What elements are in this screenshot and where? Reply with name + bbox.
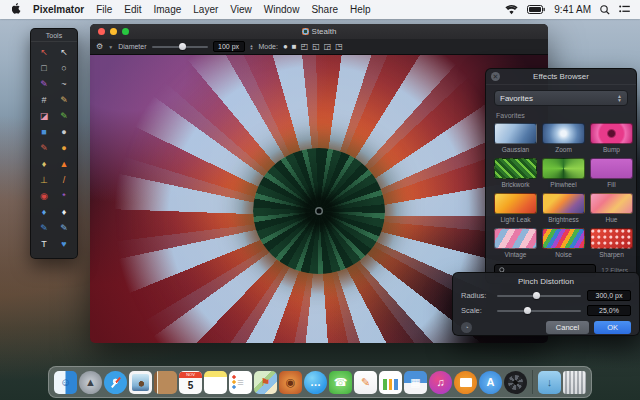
effect-zoom[interactable]: Zoom — [542, 123, 585, 153]
gradient-tool[interactable]: ■ — [34, 124, 54, 140]
effect-thumbnail-gaussian[interactable] — [494, 123, 537, 144]
dock-icon-mail[interactable] — [129, 371, 152, 394]
dock-icon-itunes[interactable]: ♫ — [429, 371, 452, 394]
diameter-slider[interactable] — [152, 46, 208, 48]
dock-icon-contacts[interactable] — [154, 371, 177, 394]
dock-icon-keynote[interactable]: ▦ — [404, 371, 427, 394]
paint-tool[interactable]: ♦ — [34, 156, 54, 172]
effect-thumbnail-brickwork[interactable] — [494, 158, 537, 179]
diameter-value-field[interactable]: 100 px — [213, 41, 245, 52]
effect-thumbnail-noise[interactable] — [542, 228, 585, 249]
effect-bump[interactable]: Bump — [590, 123, 633, 153]
spotlight-icon[interactable] — [600, 5, 610, 15]
selection-mode-icon-2[interactable]: ◰ — [301, 42, 309, 51]
clock-time[interactable]: 9:41 AM — [554, 4, 591, 15]
sponge-tool[interactable]: ● — [54, 140, 74, 156]
selection-mode-icon-5[interactable]: ◳ — [335, 42, 343, 51]
selection-mode-icon-0[interactable]: ● — [283, 42, 288, 51]
battery-icon[interactable] — [527, 5, 545, 14]
menu-image[interactable]: Image — [154, 4, 182, 15]
menu-share[interactable]: Share — [311, 4, 338, 15]
dock-icon-pages[interactable]: ✎ — [354, 371, 377, 394]
diameter-slider-knob[interactable] — [179, 43, 186, 50]
dock-icon-trash[interactable] — [563, 371, 586, 394]
effect-noise[interactable]: Noise — [542, 228, 585, 258]
effects-browser-header[interactable]: ✕ Effects Browser — [486, 69, 636, 85]
effect-thumbnail-pinwheel[interactable] — [542, 158, 585, 179]
selection-mode-icon-4[interactable]: ◲ — [324, 42, 332, 51]
effect-thumbnail-fill[interactable] — [590, 158, 633, 179]
burn-tool[interactable]: ▲ — [54, 156, 74, 172]
effect-pinwheel[interactable]: Pinwheel — [542, 158, 585, 188]
dock-icon-messages[interactable]: … — [304, 371, 327, 394]
cancel-button[interactable]: Cancel — [546, 321, 589, 334]
diameter-stepper[interactable]: ▲▼ — [250, 44, 254, 50]
pen-tool[interactable]: ✎ — [34, 220, 54, 236]
dock-icon-reminders[interactable]: ≡ — [229, 371, 252, 394]
clone-tool[interactable]: ● — [54, 124, 74, 140]
slider-knob[interactable] — [533, 292, 540, 299]
effect-hue[interactable]: Hue — [590, 193, 633, 223]
effect-fill[interactable]: Fill — [590, 158, 633, 188]
effect-brightness[interactable]: Brightness — [542, 193, 585, 223]
effect-thumbnail-sharpen[interactable] — [590, 228, 633, 249]
notification-center-icon[interactable] — [619, 5, 630, 14]
wifi-icon[interactable] — [505, 5, 518, 15]
dock-icon-safari[interactable] — [104, 371, 127, 394]
eraser-tool[interactable]: ◪ — [34, 108, 54, 124]
menu-edit[interactable]: Edit — [124, 4, 141, 15]
chevron-down-icon[interactable]: ▼ — [108, 44, 113, 50]
dialog-slider-0[interactable] — [497, 295, 581, 297]
app-menu-title[interactable]: Pixelmator — [33, 4, 84, 15]
menu-layer[interactable]: Layer — [193, 4, 218, 15]
effect-sharpen[interactable]: Sharpen — [590, 228, 633, 258]
menu-window[interactable]: Window — [264, 4, 300, 15]
dock-icon-facetime[interactable]: ☎ — [329, 371, 352, 394]
dock-icon-ibooks[interactable] — [454, 371, 477, 394]
effect-thumbnail-zoom[interactable] — [542, 123, 585, 144]
crop-tool[interactable]: # — [34, 92, 54, 108]
selection-mode-icon-1[interactable]: ■ — [292, 42, 297, 51]
dock-icon-numbers[interactable] — [379, 371, 402, 394]
menu-file[interactable]: File — [96, 4, 112, 15]
sharpen-tool[interactable]: ♦ — [54, 204, 74, 220]
close-panel-icon[interactable]: ✕ — [491, 72, 500, 81]
gear-icon[interactable]: ⚙ — [96, 42, 103, 51]
ok-button[interactable]: OK — [594, 321, 631, 334]
effect-brickwork[interactable]: Brickwork — [494, 158, 537, 188]
pixel-pen-tool[interactable]: ✎ — [54, 220, 74, 236]
line-tool[interactable]: / — [54, 172, 74, 188]
effect-thumbnail-hue[interactable] — [590, 193, 633, 214]
effect-vintage[interactable]: Vintage — [494, 228, 537, 258]
dock-icon-pixelmator[interactable] — [504, 371, 527, 394]
brush-tool[interactable]: ✎ — [34, 140, 54, 156]
rect-marquee-tool[interactable]: □ — [34, 60, 54, 76]
document-proxy-icon[interactable] — [302, 28, 309, 35]
effect-light-leak[interactable]: Light Leak — [494, 193, 537, 223]
pencil-tool[interactable]: ✎ — [54, 108, 74, 124]
preview-toggle-icon[interactable]: ◔ — [461, 322, 472, 333]
move-tool[interactable]: ↖ — [34, 44, 54, 60]
effects-category-select[interactable]: Favorites ▲▼ — [494, 90, 628, 106]
stamp-tool[interactable]: ⊥ — [34, 172, 54, 188]
effect-thumbnail-vintage[interactable] — [494, 228, 537, 249]
slider-knob[interactable] — [524, 307, 531, 314]
ellipse-marquee-tool[interactable]: ○ — [54, 60, 74, 76]
effect-thumbnail-bump[interactable] — [590, 123, 633, 144]
dock-icon-appstore[interactable]: A — [479, 371, 502, 394]
dock-icon-maps[interactable]: ⚑ — [254, 371, 277, 394]
blur-tool[interactable]: ♦ — [34, 204, 54, 220]
slider-value-field[interactable]: 300,0 px — [587, 290, 631, 301]
selection-mode-icon-3[interactable]: ◱ — [312, 42, 320, 51]
red-eye-tool[interactable]: ◉ — [34, 188, 54, 204]
dock-icon-finder[interactable]: ☺ — [54, 371, 77, 394]
dock-icon-notes[interactable] — [204, 371, 227, 394]
effect-gaussian[interactable]: Gaussian — [494, 123, 537, 153]
magic-wand-tool[interactable]: * — [54, 188, 74, 204]
menu-view[interactable]: View — [230, 4, 252, 15]
type-tool[interactable]: T — [34, 236, 54, 252]
dock-icon-calendar[interactable]: NOV5 — [179, 371, 202, 394]
marker-tool[interactable]: ✎ — [34, 76, 54, 92]
arrange-tool[interactable]: ↖ — [54, 44, 74, 60]
dialog-slider-1[interactable] — [497, 310, 581, 312]
